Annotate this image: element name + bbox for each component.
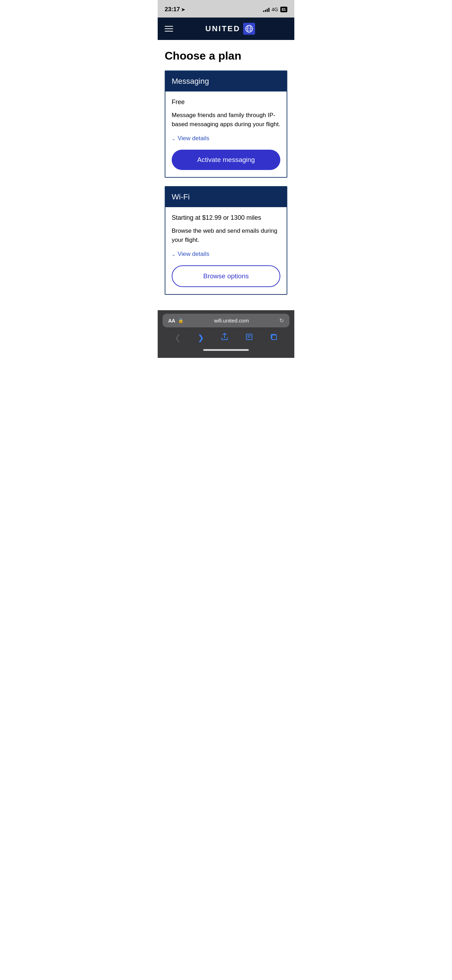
page-title: Choose a plan	[165, 50, 287, 62]
united-globe-icon	[243, 23, 255, 35]
network-type: 4G	[272, 7, 278, 12]
tabs-button[interactable]	[266, 332, 281, 344]
nav-logo: UNITED	[173, 23, 287, 35]
svg-rect-8	[272, 335, 277, 340]
main-content: Choose a plan Messaging Free Message fri…	[158, 40, 294, 310]
wifi-price: Starting at $12.99 or 1300 miles	[172, 214, 280, 221]
status-right: 4G 81	[263, 7, 287, 12]
united-logo: UNITED	[205, 23, 255, 35]
messaging-price: Free	[172, 99, 280, 106]
hamburger-menu-button[interactable]	[165, 26, 173, 32]
aa-text-button[interactable]: AA	[168, 318, 175, 323]
back-button[interactable]: ❮	[171, 332, 184, 344]
wifi-card-header: Wi-Fi	[166, 187, 286, 207]
messaging-card-title: Messaging	[172, 77, 209, 86]
browse-options-button[interactable]: Browse options	[172, 265, 280, 287]
bookmarks-button[interactable]	[242, 332, 256, 344]
tabs-icon	[270, 333, 277, 341]
wifi-view-details-label: View details	[178, 251, 209, 258]
home-bar	[203, 349, 249, 351]
svg-rect-6	[246, 334, 252, 340]
messaging-view-details-link[interactable]: ⌄ View details	[172, 135, 280, 142]
battery-indicator: 81	[280, 7, 287, 12]
nav-bar: UNITED	[158, 18, 294, 40]
messaging-card-body: Free Message friends and family through …	[166, 91, 286, 177]
wifi-card-body: Starting at $12.99 or 1300 miles Browse …	[166, 207, 286, 294]
share-icon	[221, 333, 228, 341]
wifi-description: Browse the web and send emails during yo…	[172, 226, 280, 244]
wifi-plan-card: Wi-Fi Starting at $12.99 or 1300 miles B…	[165, 186, 287, 295]
signal-bars-icon	[263, 7, 269, 12]
browser-bar: AA 🔒 wifi.united.com ↻ ❮ ❯	[158, 310, 294, 358]
url-display[interactable]: wifi.united.com	[186, 318, 277, 323]
browser-navigation: ❮ ❯	[162, 328, 290, 347]
share-button[interactable]	[217, 332, 232, 344]
location-arrow-icon: ➤	[181, 7, 185, 12]
chevron-down-icon: ⌄	[172, 252, 175, 257]
messaging-card-header: Messaging	[166, 71, 286, 91]
messaging-description: Message friends and family through IP-ba…	[172, 111, 280, 129]
status-bar: 23:17 ➤ 4G 81	[158, 0, 294, 18]
wifi-card-title: Wi-Fi	[172, 192, 189, 201]
address-bar[interactable]: AA 🔒 wifi.united.com ↻	[162, 314, 290, 328]
chevron-down-icon: ⌄	[172, 136, 175, 141]
reload-button[interactable]: ↻	[279, 317, 284, 324]
activate-messaging-button[interactable]: Activate messaging	[172, 150, 280, 170]
time-display: 23:17	[165, 6, 180, 13]
battery-level: 81	[280, 7, 287, 12]
forward-button[interactable]: ❯	[194, 332, 207, 344]
bookmarks-icon	[245, 333, 253, 341]
messaging-plan-card: Messaging Free Message friends and famil…	[165, 70, 287, 178]
united-logo-text: UNITED	[205, 24, 240, 33]
messaging-view-details-label: View details	[178, 135, 209, 142]
status-time: 23:17 ➤	[165, 6, 185, 13]
wifi-view-details-link[interactable]: ⌄ View details	[172, 251, 280, 258]
home-indicator	[162, 347, 290, 354]
lock-icon: 🔒	[178, 318, 184, 323]
